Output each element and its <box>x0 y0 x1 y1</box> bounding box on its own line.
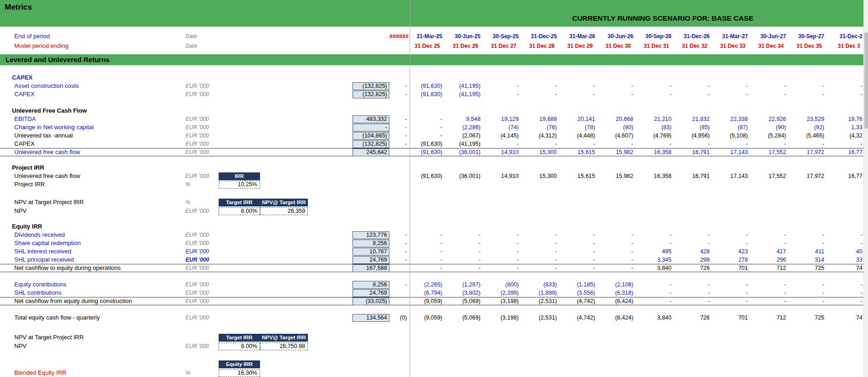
value-cell[interactable]: 14,910 <box>486 172 524 180</box>
period-header-cell[interactable]: 30-Jun-25 <box>448 31 486 41</box>
value-cell[interactable]: (92) <box>792 123 830 131</box>
value-cell[interactable]: 726 <box>677 264 715 272</box>
total-cell[interactable]: 24,769 <box>353 289 389 297</box>
value-cell[interactable]: - <box>830 140 868 148</box>
value-cell[interactable]: - <box>677 82 715 90</box>
value-cell[interactable]: - <box>753 82 792 90</box>
value-cell[interactable]: - <box>715 82 753 90</box>
value-cell[interactable]: - <box>753 239 792 247</box>
value-cell[interactable]: 428 <box>677 247 715 256</box>
value-cell[interactable]: 74 <box>830 264 868 272</box>
value-cell[interactable]: - <box>715 289 753 297</box>
value-cell[interactable]: (4,607) <box>601 131 639 140</box>
value-cell[interactable]: (8,424) <box>601 314 639 322</box>
value-cell[interactable]: - <box>753 231 792 239</box>
value-cell[interactable]: 417 <box>753 247 792 256</box>
value-cell[interactable]: (91,630) <box>410 148 448 156</box>
value-cell[interactable]: (1,899) <box>524 289 562 297</box>
value-cell[interactable]: - <box>486 140 524 148</box>
value-cell[interactable]: - <box>830 239 868 247</box>
value-cell[interactable]: - <box>448 239 486 247</box>
period-header-cell[interactable]: 31-Mar-26 <box>562 31 601 41</box>
model-period-cell[interactable]: 31 Dec 32 <box>677 41 715 51</box>
value-cell[interactable]: - <box>830 289 868 297</box>
value-cell[interactable]: - <box>562 140 601 148</box>
value-cell[interactable]: 33 <box>830 256 868 264</box>
value-cell[interactable]: (3,198) <box>486 314 524 322</box>
value-cell[interactable]: (91,630) <box>410 82 448 90</box>
value-cell[interactable]: - <box>448 231 486 239</box>
value-cell[interactable]: - <box>753 140 792 148</box>
value-cell[interactable]: (633) <box>524 280 562 289</box>
value-cell[interactable]: (4,32 <box>830 131 868 140</box>
value-cell[interactable]: (41,195) <box>448 140 486 148</box>
value-cell[interactable]: - <box>677 239 715 247</box>
value-cell[interactable]: (80) <box>601 123 639 131</box>
value-cell[interactable]: - <box>677 289 715 297</box>
value-cell[interactable]: - <box>410 247 448 256</box>
value-cell[interactable]: 701 <box>715 314 753 322</box>
value-cell[interactable]: 17,143 <box>715 172 753 180</box>
value-cell[interactable]: - <box>448 247 486 256</box>
value-cell[interactable]: 725 <box>792 264 830 272</box>
value-cell[interactable]: - <box>677 231 715 239</box>
value-cell[interactable]: (83) <box>639 123 677 131</box>
value-cell[interactable]: 15,300 <box>524 148 562 156</box>
value-cell[interactable]: (3,556) <box>562 289 601 297</box>
value-cell[interactable]: (2,265) <box>410 280 448 289</box>
value-cell[interactable]: (2,531) <box>524 314 562 322</box>
value-cell[interactable]: - <box>830 90 868 98</box>
total-cell[interactable]: 245,642 <box>353 149 389 156</box>
total-cell[interactable]: (132,825) <box>353 82 389 90</box>
value-cell[interactable]: - <box>601 256 639 264</box>
value-cell[interactable]: 9,548 <box>448 115 486 123</box>
value-cell[interactable]: (2,531) <box>524 297 562 305</box>
value-cell[interactable]: (5,108) <box>715 131 753 140</box>
value-cell[interactable]: - <box>562 256 601 264</box>
value-cell[interactable]: 423 <box>715 247 753 256</box>
value-cell[interactable]: - <box>524 231 562 239</box>
value-cell[interactable]: 16,358 <box>639 172 677 180</box>
value-cell[interactable]: (41,195) <box>448 82 486 90</box>
value-cell[interactable]: - <box>830 82 868 90</box>
value-cell[interactable]: - <box>639 231 677 239</box>
value-cell[interactable]: 16,77 <box>830 148 868 156</box>
value-cell[interactable]: (9,059) <box>410 314 448 322</box>
value-cell[interactable]: - <box>486 231 524 239</box>
value-cell[interactable]: 15,615 <box>562 148 601 156</box>
value-cell[interactable]: 15,615 <box>562 172 601 180</box>
value-cell[interactable]: 17,972 <box>792 148 830 156</box>
value-cell[interactable]: - <box>792 297 830 305</box>
value-cell[interactable]: - <box>792 280 830 289</box>
value-cell[interactable]: 20,668 <box>601 115 639 123</box>
value-cell[interactable]: 16,791 <box>677 148 715 156</box>
value-cell[interactable]: - <box>486 264 524 272</box>
value-cell[interactable]: - <box>792 82 830 90</box>
model-period-cell[interactable]: 31 Dec 26 <box>448 41 486 51</box>
value-cell[interactable]: - <box>562 231 601 239</box>
total-cell[interactable]: 8,256 <box>353 240 389 247</box>
value-cell[interactable]: (4,448) <box>562 131 601 140</box>
total-cell[interactable]: (132,825) <box>353 140 389 148</box>
value-cell[interactable]: 16,77 <box>830 172 868 180</box>
value-cell[interactable]: - <box>601 82 639 90</box>
value-cell[interactable]: - <box>715 90 753 98</box>
value-cell[interactable]: - <box>792 140 830 148</box>
value-cell[interactable]: - <box>524 247 562 256</box>
total-cell[interactable]: 10,787 <box>353 248 389 256</box>
total-cell[interactable]: 483,332 <box>353 115 389 123</box>
value-cell[interactable]: (5,284) <box>753 131 792 140</box>
value-cell[interactable]: 712 <box>753 264 792 272</box>
period-header-cell[interactable]: 30-Jun-26 <box>601 31 639 41</box>
value-cell[interactable]: - <box>410 131 448 140</box>
value-cell[interactable]: - <box>601 247 639 256</box>
value-cell[interactable]: (2,399) <box>486 289 524 297</box>
value-cell[interactable]: - <box>562 82 601 90</box>
total-cell[interactable]: 24,769 <box>353 256 389 264</box>
value-cell[interactable]: (5,465) <box>792 131 830 140</box>
value-cell[interactable]: - <box>792 90 830 98</box>
model-period-cell[interactable]: 31 Dec 34 <box>753 41 792 51</box>
value-cell[interactable]: 22,926 <box>753 115 792 123</box>
value-cell[interactable]: (74) <box>486 123 524 131</box>
period-header-cell[interactable]: 31-Mar-27 <box>715 31 753 41</box>
